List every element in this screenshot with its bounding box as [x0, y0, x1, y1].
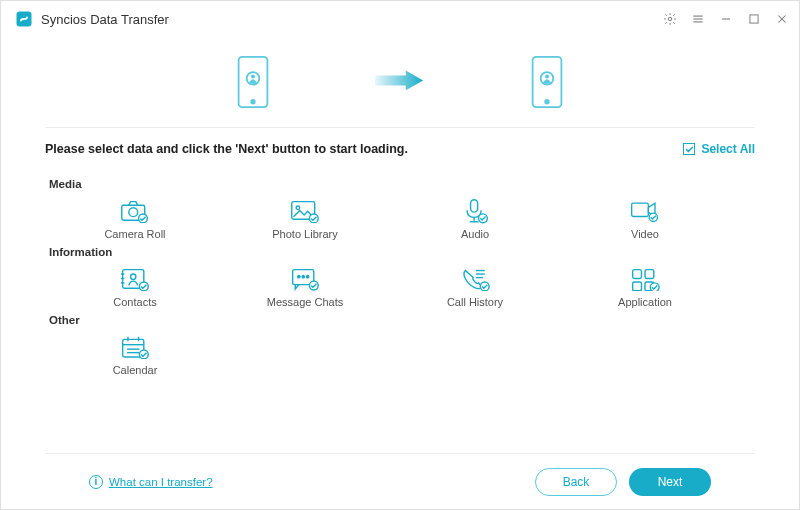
transfer-arrow-icon [371, 68, 429, 97]
gear-icon[interactable] [663, 12, 677, 26]
app-logo-icon [15, 10, 33, 28]
item-label: Call History [447, 296, 503, 308]
app-window: Syncios Data Transfer [0, 0, 800, 510]
svg-rect-46 [633, 269, 642, 278]
photo-library-icon [290, 198, 320, 224]
svg-point-1 [668, 17, 672, 21]
item-label: Calendar [113, 364, 158, 376]
item-label: Contacts [113, 296, 156, 308]
item-photo-library[interactable]: Photo Library [245, 198, 365, 240]
item-contacts[interactable]: Contacts [75, 266, 195, 308]
help-link[interactable]: i What can I transfer? [89, 475, 213, 489]
checkbox-checked-icon [683, 143, 695, 155]
svg-rect-47 [645, 269, 654, 278]
item-label: Application [618, 296, 672, 308]
select-all-toggle[interactable]: Select All [683, 142, 755, 156]
item-application[interactable]: Application [585, 266, 705, 308]
close-icon[interactable] [775, 12, 789, 26]
divider [45, 127, 755, 128]
svg-rect-48 [633, 282, 642, 291]
back-button[interactable]: Back [535, 468, 617, 496]
svg-rect-6 [750, 15, 758, 23]
section-label-other: Other [49, 314, 755, 326]
section-label-media: Media [49, 178, 755, 190]
item-label: Photo Library [272, 228, 337, 240]
svg-point-35 [131, 274, 136, 279]
other-grid: Calendar [45, 334, 755, 376]
source-phone-icon [235, 55, 271, 109]
content-area: Please select data and click the 'Next' … [1, 127, 799, 509]
video-icon [630, 198, 660, 224]
item-audio[interactable]: Audio [415, 198, 535, 240]
transfer-hero [1, 37, 799, 127]
calendar-icon [120, 334, 150, 360]
svg-point-39 [302, 275, 304, 277]
svg-point-40 [306, 275, 308, 277]
audio-icon [460, 198, 490, 224]
minimize-icon[interactable] [719, 12, 733, 26]
svg-point-22 [296, 206, 300, 210]
call-history-icon [460, 266, 490, 292]
application-icon [630, 266, 660, 292]
next-button[interactable]: Next [629, 468, 711, 496]
footer: i What can I transfer? Back Next [45, 453, 755, 509]
svg-point-11 [251, 75, 255, 79]
item-label: Camera Roll [104, 228, 165, 240]
help-text: What can I transfer? [109, 476, 213, 488]
svg-marker-13 [375, 70, 423, 90]
maximize-icon[interactable] [747, 12, 761, 26]
item-message-chats[interactable]: Message Chats [245, 266, 365, 308]
svg-point-19 [129, 207, 138, 216]
svg-point-15 [545, 100, 549, 104]
info-icon: i [89, 475, 103, 489]
item-video[interactable]: Video [585, 198, 705, 240]
message-chats-icon [290, 266, 320, 292]
item-label: Message Chats [267, 296, 343, 308]
titlebar: Syncios Data Transfer [1, 1, 799, 37]
menu-icon[interactable] [691, 12, 705, 26]
svg-point-38 [298, 275, 300, 277]
information-grid: Contacts Message Chats Call History Appl… [45, 266, 755, 308]
svg-point-10 [251, 100, 255, 104]
item-label: Video [631, 228, 659, 240]
window-controls [663, 12, 789, 26]
item-camera-roll[interactable]: Camera Roll [75, 198, 195, 240]
select-all-label: Select All [701, 142, 755, 156]
svg-rect-24 [471, 200, 478, 212]
camera-roll-icon [120, 198, 150, 224]
svg-rect-28 [632, 203, 649, 216]
target-phone-icon [529, 55, 565, 109]
section-label-information: Information [49, 246, 755, 258]
item-call-history[interactable]: Call History [415, 266, 535, 308]
media-grid: Camera Roll Photo Library Audio Video [45, 198, 755, 240]
contacts-icon [120, 266, 150, 292]
item-calendar[interactable]: Calendar [75, 334, 195, 376]
item-label: Audio [461, 228, 489, 240]
instruction-text: Please select data and click the 'Next' … [45, 142, 408, 156]
svg-point-16 [545, 75, 549, 79]
app-title: Syncios Data Transfer [41, 12, 169, 27]
